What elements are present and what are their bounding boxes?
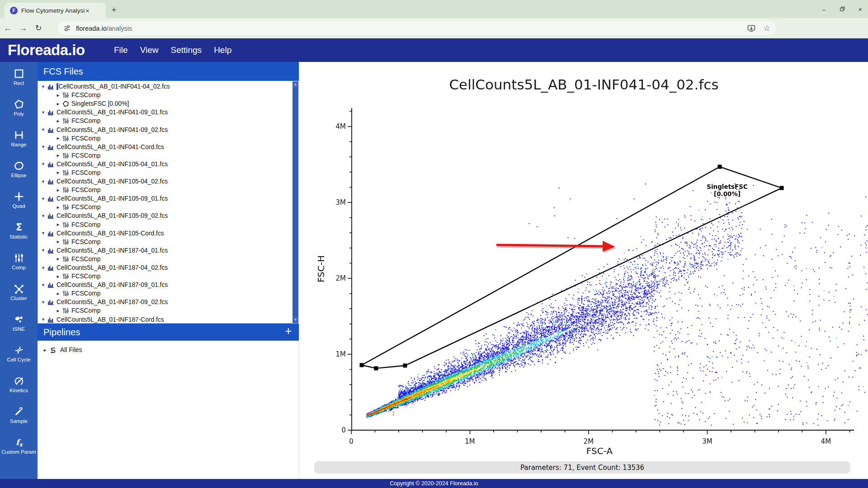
url-path: /analysis bbox=[107, 25, 132, 32]
tool-statistic[interactable]: ΣStatistic bbox=[0, 216, 38, 246]
collapse-arrow-icon[interactable]: ▼ bbox=[41, 300, 46, 305]
expand-arrow-icon[interactable]: ► bbox=[56, 153, 61, 158]
collapse-arrow-icon[interactable]: ▼ bbox=[41, 197, 46, 201]
collapse-arrow-icon[interactable]: ▼ bbox=[41, 162, 46, 166]
window-minimize-button[interactable]: – bbox=[820, 5, 828, 13]
comp-node-row[interactable]: ►FCSComp bbox=[38, 151, 297, 160]
collapse-arrow-icon[interactable]: ▼ bbox=[41, 84, 46, 89]
site-settings-tune-icon[interactable] bbox=[62, 24, 71, 33]
collapse-arrow-icon[interactable]: ▼ bbox=[41, 248, 46, 253]
collapse-arrow-icon[interactable]: ▼ bbox=[41, 231, 46, 235]
menu-view[interactable]: View bbox=[140, 45, 159, 55]
expand-arrow-icon[interactable]: ► bbox=[56, 188, 61, 192]
comp-node-row[interactable]: ►FCSComp bbox=[38, 203, 297, 211]
expand-arrow-icon[interactable]: ► bbox=[56, 274, 61, 279]
file-row[interactable]: ▼CellCounts5L_AB_01-INF041-Cord.fcs bbox=[38, 143, 297, 151]
expand-arrow-icon[interactable]: ► bbox=[56, 222, 61, 227]
forward-button[interactable]: → bbox=[15, 23, 31, 33]
tool-range[interactable]: Range bbox=[0, 123, 38, 154]
plot-panel[interactable]: 001M1M2M2M3M3M4M4MFSC-AFSC-HSingletsFSC[… bbox=[299, 62, 868, 479]
file-row[interactable]: ▼CellCounts5L_AB_01-INF105-04_02.fcs bbox=[38, 177, 297, 186]
comp-node-row[interactable]: ►FCSComp bbox=[38, 289, 297, 298]
expand-arrow-icon[interactable]: ► bbox=[56, 291, 61, 296]
file-row[interactable]: ▼CellCounts5L_AB_01-INF041-09_02.fcs bbox=[38, 125, 297, 134]
menu-file[interactable]: File bbox=[114, 45, 128, 55]
comp-node-row[interactable]: ►FCSComp bbox=[38, 169, 297, 177]
expand-arrow-icon[interactable]: ► bbox=[56, 309, 61, 313]
comp-node-row[interactable]: ►FCSComp bbox=[38, 91, 297, 99]
back-button[interactable]: ← bbox=[0, 23, 15, 33]
tool-cluster[interactable]: Cluster bbox=[0, 277, 38, 308]
scroll-up-icon[interactable]: ▲ bbox=[292, 81, 298, 88]
bookmark-star-icon[interactable]: ☆ bbox=[762, 24, 771, 33]
collapse-arrow-icon[interactable]: ▼ bbox=[41, 179, 46, 184]
tool-ellipse[interactable]: Ellipse bbox=[0, 154, 38, 185]
file-row[interactable]: ▼CellCounts5L_AB_01-INF187-09_01.fcs bbox=[38, 281, 297, 289]
comp-node-row[interactable]: ►FCSComp bbox=[38, 117, 297, 125]
collapse-arrow-icon[interactable]: ▼ bbox=[41, 127, 46, 132]
expand-arrow-icon[interactable]: ► bbox=[43, 348, 48, 352]
url-text[interactable]: floreada.io/analysis bbox=[76, 25, 132, 32]
window-restore-button[interactable] bbox=[838, 5, 846, 13]
file-row[interactable]: ▼CellCounts5L_AB_01-INF187-04_02.fcs bbox=[38, 263, 297, 272]
comp-node-row[interactable]: ►FCSComp bbox=[38, 272, 297, 281]
expand-arrow-icon[interactable]: ► bbox=[56, 136, 61, 141]
tool-kinetics[interactable]: Kinetics bbox=[0, 369, 38, 400]
file-row[interactable]: ▼CellCounts5L_AB_01-INF105-Cord.fcs bbox=[38, 229, 297, 238]
tool-rect[interactable]: Rect bbox=[0, 62, 38, 93]
expand-arrow-icon[interactable]: ► bbox=[56, 257, 61, 261]
svg-text:4M: 4M bbox=[821, 437, 831, 446]
collapse-arrow-icon[interactable]: ▼ bbox=[41, 145, 46, 149]
expand-arrow-icon[interactable]: ► bbox=[56, 102, 61, 106]
file-tree-scrollbar[interactable]: ▲ ▼ bbox=[292, 81, 298, 323]
tool-comp[interactable]: Comp bbox=[0, 246, 38, 277]
expand-arrow-icon[interactable]: ► bbox=[56, 205, 61, 210]
app-logo[interactable]: Floreada.io bbox=[8, 42, 85, 59]
collapse-arrow-icon[interactable]: ▼ bbox=[41, 283, 46, 287]
collapse-arrow-icon[interactable]: ▼ bbox=[41, 214, 46, 218]
tool-custom-param[interactable]: fxCustom Param bbox=[0, 431, 38, 461]
collapse-arrow-icon[interactable]: ▼ bbox=[41, 110, 46, 115]
scrollbar-thumb[interactable] bbox=[292, 88, 298, 317]
file-row[interactable]: ▼CellCounts5L_AB_01-INF105-04_01.fcs bbox=[38, 160, 297, 169]
expand-arrow-icon[interactable]: ► bbox=[56, 93, 61, 98]
tool-tsne[interactable]: tSNE bbox=[0, 308, 38, 338]
browser-tab[interactable]: F Flow Cytometry Analysis × bbox=[5, 3, 106, 18]
file-row[interactable]: ▼CellCounts5L_AB_01-INF105-09_02.fcs bbox=[38, 211, 297, 220]
collapse-arrow-icon[interactable]: ▼ bbox=[41, 266, 46, 270]
add-pipeline-button[interactable]: + bbox=[285, 324, 292, 338]
comp-node-row[interactable]: ►FCSComp bbox=[38, 306, 297, 315]
file-row[interactable]: ▼CellCounts5L_AB_01-INF105-09_01.fcs bbox=[38, 194, 297, 203]
file-row[interactable]: ▼CellCounts5L_AB_01-INF187-09_02.fcs bbox=[38, 298, 297, 306]
gate-node-row[interactable]: ►SingletsFSC [0.00%] bbox=[38, 99, 297, 108]
reload-button[interactable]: ↻ bbox=[31, 23, 46, 33]
new-tab-button[interactable]: + bbox=[108, 4, 120, 16]
comp-node-row[interactable]: ►FCSComp bbox=[38, 255, 297, 263]
comp-node-row[interactable]: ►FCSComp bbox=[38, 186, 297, 194]
window-close-button[interactable]: × bbox=[856, 5, 864, 13]
install-app-icon[interactable] bbox=[747, 24, 756, 33]
expand-arrow-icon[interactable]: ► bbox=[56, 239, 61, 244]
file-row[interactable]: ▼CellCounts5L_AB_01-INF187-Cord.fcs bbox=[38, 315, 297, 324]
menu-settings[interactable]: Settings bbox=[170, 45, 202, 55]
tool-quad[interactable]: Quad bbox=[0, 185, 38, 216]
comp-node-row[interactable]: ►FCSComp bbox=[38, 238, 297, 246]
file-row[interactable]: ▼CellCounts5L_AB_01-INF187-04_01.fcs bbox=[38, 246, 297, 255]
scroll-down-icon[interactable]: ▼ bbox=[292, 317, 298, 323]
copyright-text: Copyright © 2020-2024 Floreada.io bbox=[390, 480, 478, 487]
tab-close-icon[interactable]: × bbox=[85, 7, 90, 14]
file-row[interactable]: ▼CellCounts5L_AB_01-INF041-09_01.fcs bbox=[38, 108, 297, 117]
pipeline-all-files-row[interactable]: ► All Files bbox=[38, 347, 82, 353]
tool-poly[interactable]: Poly bbox=[0, 93, 38, 123]
collapse-arrow-icon[interactable]: ▼ bbox=[41, 317, 46, 322]
expand-arrow-icon[interactable]: ► bbox=[56, 170, 61, 175]
file-row[interactable]: ▼CellCounts5L_AB_01-INF041-04_02.fcs bbox=[38, 82, 297, 91]
menu-help[interactable]: Help bbox=[214, 45, 231, 55]
comp-node-row[interactable]: ►FCSComp bbox=[38, 134, 297, 143]
address-bar[interactable]: floreada.io/analysis ☆ bbox=[58, 21, 776, 35]
expand-arrow-icon[interactable]: ► bbox=[56, 119, 61, 123]
tool-cell-cycle[interactable]: Cell Cycle bbox=[0, 338, 38, 369]
tool-sample[interactable]: Sample bbox=[0, 400, 38, 431]
red-arrow-annotation bbox=[496, 241, 616, 253]
comp-node-row[interactable]: ►FCSComp bbox=[38, 221, 297, 229]
